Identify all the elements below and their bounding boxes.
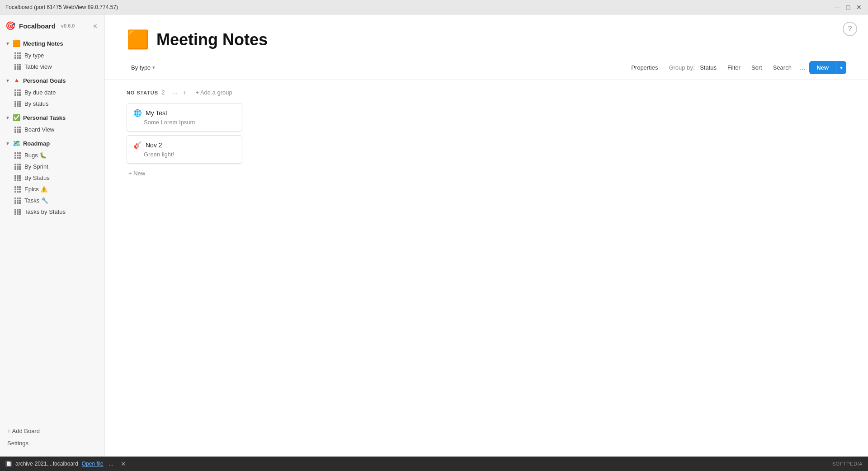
- chevron-down-icon: ▼: [5, 78, 10, 83]
- titlebar: Focalboard (port 61475 WebView 89.0.774.…: [0, 0, 868, 14]
- maximize-button[interactable]: □: [844, 4, 852, 11]
- sidebar-item-label-board-view: Board View: [24, 126, 54, 133]
- new-button[interactable]: New: [809, 61, 836, 74]
- close-window-button[interactable]: ✕: [855, 4, 863, 11]
- sidebar-item-label-tasks: Tasks 🔧: [24, 197, 48, 204]
- sidebar-item-label-table-view: Table view: [24, 63, 52, 70]
- sidebar-item-by-sprint[interactable]: By Sprint: [2, 161, 103, 172]
- sidebar-item-by-status-roadmap[interactable]: By Status: [2, 172, 103, 184]
- view-selector-button[interactable]: By type ▾: [127, 61, 160, 74]
- properties-button[interactable]: Properties: [627, 61, 662, 74]
- sidebar-section-personal-tasks: ▼ ✅ Personal Tasks Board View: [0, 111, 104, 135]
- more-options-button[interactable]: ...: [798, 62, 807, 74]
- new-button-dropdown[interactable]: ▾: [836, 61, 846, 74]
- bottom-bar-watermark: SOFTPEDIA: [832, 461, 863, 466]
- card-emoji-my-test: 🌐: [133, 109, 142, 117]
- roadmap-section-icon: 🗺️: [13, 140, 20, 147]
- card-body-my-test: Some Lorem Ipsum: [144, 119, 236, 126]
- group-by-label: Group by:: [669, 64, 694, 71]
- personal-tasks-section-icon: ✅: [13, 114, 20, 121]
- grid-icon: [14, 186, 21, 193]
- sidebar-item-by-type[interactable]: By type: [2, 50, 103, 61]
- card-title-nov-2: Nov 2: [146, 141, 162, 149]
- sidebar-item-label-by-type: By type: [24, 52, 44, 59]
- board-columns: 🌐 My Test Some Lorem Ipsum 🎸 Nov 2 Green…: [127, 103, 846, 179]
- meeting-notes-section-icon: 🟧: [13, 40, 20, 47]
- sidebar: 🎯 Focalboard v0.6.0 « ▼ 🟧 Meeting Notes …: [0, 14, 105, 457]
- brand-version: v0.6.0: [61, 23, 75, 28]
- sidebar-item-label-tasks-by-status: Tasks by Status: [24, 208, 66, 215]
- bottom-bar-close-button[interactable]: ✕: [121, 460, 126, 467]
- sidebar-item-by-status-goals[interactable]: By status: [2, 98, 103, 109]
- titlebar-title: Focalboard (port 61475 WebView 89.0.774.…: [5, 4, 118, 10]
- sidebar-section-label-roadmap: Roadmap: [23, 140, 50, 147]
- bottom-bar-more-button[interactable]: ...: [109, 461, 113, 467]
- sidebar-section-label-meeting-notes: Meeting Notes: [23, 40, 63, 47]
- card-emoji-nov-2: 🎸: [133, 141, 142, 149]
- settings-link[interactable]: Settings: [5, 437, 99, 449]
- sidebar-item-epics[interactable]: Epics ⚠️: [2, 184, 103, 195]
- sidebar-item-table-view[interactable]: Table view: [2, 61, 103, 72]
- group-by-button[interactable]: Group by: Status: [664, 61, 721, 74]
- new-button-group: New ▾: [809, 61, 846, 74]
- add-group-button[interactable]: + Add a group: [192, 87, 236, 98]
- toolbar: By type ▾ Properties Group by: Status Fi…: [105, 57, 868, 80]
- group-add-button[interactable]: +: [181, 88, 188, 97]
- board-group-header-no-status: NO STATUS 2 ··· + + Add a group: [127, 87, 846, 98]
- filter-button[interactable]: Filter: [723, 61, 745, 74]
- board-column-no-status: 🌐 My Test Some Lorem Ipsum 🎸 Nov 2 Green…: [127, 103, 242, 179]
- help-button[interactable]: ?: [843, 22, 857, 36]
- main-content: 🟧 Meeting Notes By type ▾ Properties Gro…: [105, 14, 868, 457]
- sidebar-item-label-by-status-roadmap: By Status: [24, 174, 50, 181]
- add-board-button[interactable]: + Add Board: [5, 425, 99, 437]
- sidebar-item-label-by-status-goals: By status: [24, 100, 48, 107]
- bottom-bar-left: 📄 archive-2021....focalboard Open file .…: [5, 460, 126, 467]
- board-icon: 🟧: [127, 29, 149, 50]
- sidebar-item-board-view[interactable]: Board View: [2, 124, 103, 135]
- sidebar-item-bugs[interactable]: Bugs 🐛: [2, 150, 103, 161]
- grid-icon: [14, 101, 21, 107]
- sort-button[interactable]: Sort: [747, 61, 767, 74]
- grid-icon: [14, 127, 21, 133]
- card-nov-2[interactable]: 🎸 Nov 2 Green light!: [127, 135, 242, 164]
- grid-icon: [14, 64, 21, 70]
- sidebar-section-header-roadmap[interactable]: ▼ 🗺️ Roadmap: [0, 137, 104, 150]
- group-label-no-status: NO STATUS: [127, 90, 158, 95]
- sidebar-item-label-by-sprint: By Sprint: [24, 163, 48, 170]
- sidebar-section-label-personal-goals: Personal Goals: [23, 77, 66, 84]
- search-button[interactable]: Search: [769, 61, 796, 74]
- card-my-test[interactable]: 🌐 My Test Some Lorem Ipsum: [127, 103, 242, 132]
- board-content: NO STATUS 2 ··· + + Add a group 🌐 My Tes…: [105, 80, 868, 457]
- sidebar-collapse-button[interactable]: «: [91, 21, 99, 31]
- chevron-down-icon: ▾: [152, 65, 155, 71]
- board-title: Meeting Notes: [156, 30, 268, 49]
- sidebar-section-header-personal-tasks[interactable]: ▼ ✅ Personal Tasks: [0, 111, 104, 124]
- open-file-link[interactable]: Open file: [82, 461, 104, 467]
- chevron-down-icon: ▼: [5, 141, 10, 146]
- group-more-button[interactable]: ···: [170, 88, 179, 97]
- grid-icon: [14, 52, 21, 59]
- minimize-button[interactable]: —: [834, 4, 841, 11]
- sidebar-item-label-by-due-date: By due date: [24, 89, 56, 96]
- grid-icon: [14, 164, 21, 170]
- toolbar-right: Properties Group by: Status Filter Sort …: [627, 61, 846, 74]
- card-title-my-test: My Test: [146, 109, 167, 117]
- grid-icon: [14, 152, 21, 159]
- board-header: 🟧 Meeting Notes: [105, 14, 868, 57]
- group-by-value: Status: [700, 64, 717, 71]
- view-selector-label: By type: [131, 64, 151, 71]
- sidebar-section-header-personal-goals[interactable]: ▼ 🔺 Personal Goals: [0, 74, 104, 87]
- card-title-row: 🎸 Nov 2: [133, 141, 236, 149]
- sidebar-section-header-meeting-notes[interactable]: ▼ 🟧 Meeting Notes: [0, 37, 104, 50]
- sidebar-item-tasks-by-status[interactable]: Tasks by Status: [2, 206, 103, 217]
- chevron-down-icon: ▼: [5, 115, 10, 120]
- sidebar-section-label-personal-tasks: Personal Tasks: [23, 114, 66, 121]
- grid-icon: [14, 198, 21, 204]
- sidebar-item-tasks[interactable]: Tasks 🔧: [2, 195, 103, 206]
- bottom-bar-filename: archive-2021....focalboard: [15, 461, 78, 467]
- bottom-bar: 📄 archive-2021....focalboard Open file .…: [0, 457, 868, 471]
- grid-icon: [14, 175, 21, 181]
- sidebar-item-by-due-date[interactable]: By due date: [2, 87, 103, 98]
- card-body-nov-2: Green light!: [144, 151, 236, 158]
- add-card-button[interactable]: + New: [127, 167, 242, 179]
